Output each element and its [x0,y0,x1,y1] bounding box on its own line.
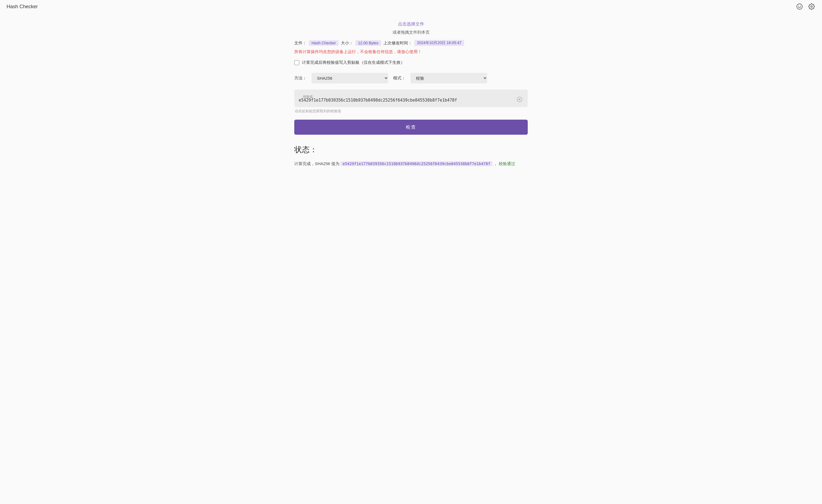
palette-icon[interactable] [796,3,803,10]
gear-icon[interactable] [808,3,815,10]
mode-select[interactable]: 校验 [410,73,487,83]
file-info-row: 文件： Hash Checker 大小： 12.00 Bytes 上次修改时间：… [294,40,528,46]
check-button[interactable]: 检查 [294,120,528,135]
svg-point-2 [800,5,801,6]
file-date-badge: 2024年10月20日 16:05:47 [414,40,464,46]
modified-label: 上次修改时间： [383,41,412,46]
clipboard-checkbox-row: 计算完成后将校验值写入剪贴板（仅在生成模式下生效） [294,60,528,65]
file-name-badge: Hash Checker [309,40,339,46]
method-select[interactable]: SHA256 [312,73,388,83]
method-label: 方法： [294,76,307,81]
size-label: 大小： [341,41,353,46]
file-label: 文件： [294,41,307,46]
clipboard-checkbox[interactable] [294,60,299,65]
hash-field-label: 校验值 [303,94,313,99]
status-prefix: 计算完成，SHA256 值为 [294,161,340,166]
status-title: 状态： [294,145,528,155]
status-pass-text: 校验通过 [499,161,515,166]
main-content: 点击选择文件 或者拖拽文件到本页 文件： Hash Checker 大小： 12… [288,13,534,175]
status-description: 计算完成，SHA256 值为 e5429f1e177b039356c1510b9… [294,160,528,167]
titlebar-icons [796,3,815,10]
hash-input-container: 校验值 [294,90,528,107]
hash-clear-button[interactable] [516,97,523,102]
file-size-badge: 12.00 Bytes [355,40,381,46]
titlebar: Hash Checker [0,0,822,13]
method-mode-row: 方法： SHA256 模式： 校验 [294,73,528,83]
svg-point-0 [797,4,802,9]
file-select-link[interactable]: 点击选择文件 [294,21,528,27]
clipboard-checkbox-label: 计算完成后将校验值写入剪贴板（仅在生成模式下生效） [302,60,405,65]
hash-input-hint: 在此处粘贴您获取到的校验值 [294,109,528,114]
file-drop-hint: 或者拖拽文件到本页 [294,30,528,35]
mode-label: 模式： [393,76,406,81]
app-title: Hash Checker [7,4,38,10]
svg-point-3 [811,6,812,7]
status-section: 状态： 计算完成，SHA256 值为 e5429f1e177b039356c15… [294,145,528,167]
hash-input[interactable] [299,93,513,104]
status-separator: ， [493,161,498,166]
svg-point-1 [798,5,799,6]
status-hash-value: e5429f1e177b039356c1510b937b8498dc25256f… [341,161,492,166]
security-notice: 所有计算操作均在您的设备上运行，不会收集任何信息，请放心使用！ [294,49,528,54]
